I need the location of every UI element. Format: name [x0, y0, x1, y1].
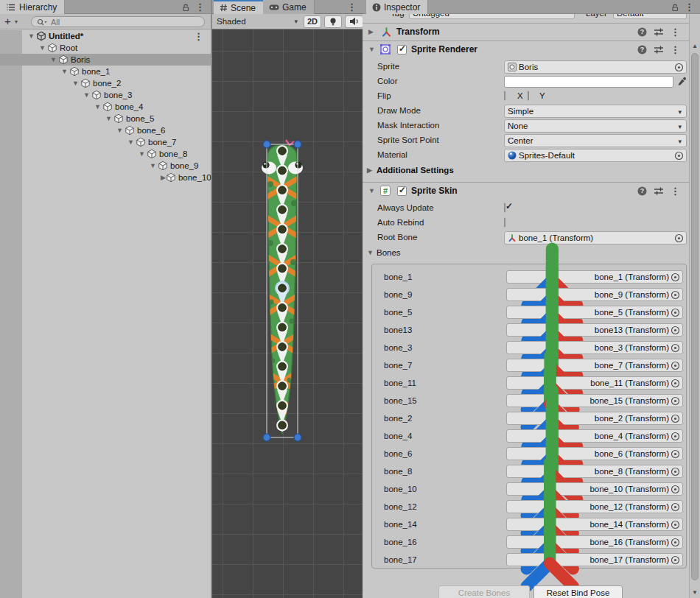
create-object-button[interactable]: + — [4, 15, 11, 27]
item-expander[interactable]: ▼ — [83, 91, 91, 99]
item-expander[interactable]: ▼ — [94, 103, 102, 110]
scene-lighting-button[interactable] — [324, 15, 342, 28]
hierarchy-item-bone_9[interactable]: ▼bone_9 — [0, 160, 211, 172]
shading-mode-dropdown[interactable]: Shaded ▾ — [212, 15, 301, 28]
item-expander[interactable]: ▼ — [150, 162, 158, 169]
sprite-renderer-component-header[interactable]: ▼ Sprite Renderer ? ⋮ — [363, 41, 689, 57]
hierarchy-scene-row[interactable]: ▼Untitled*⋮ — [0, 30, 211, 42]
auto-rebind-checkbox[interactable] — [504, 217, 505, 228]
item-expander[interactable]: ▼ — [72, 80, 80, 87]
object-picker-icon[interactable] — [671, 361, 680, 370]
always-update-checkbox[interactable] — [504, 203, 505, 213]
object-picker-icon[interactable] — [671, 432, 680, 441]
inspector-lock-icon[interactable] — [671, 3, 679, 12]
inspector-menu-icon[interactable]: ⋮ — [685, 2, 694, 12]
2d-toggle-button[interactable]: 2D — [304, 15, 321, 28]
bones-expander[interactable]: ▼ — [367, 249, 375, 256]
help-icon[interactable]: ? — [637, 27, 647, 37]
help-icon[interactable]: ? — [637, 186, 647, 196]
item-expander[interactable]: ▼ — [50, 56, 58, 63]
hierarchy-item-bone_8[interactable]: ▼bone_8 — [0, 148, 211, 160]
additional-settings-expander[interactable]: ▶ — [367, 166, 375, 174]
item-expander[interactable]: ▼ — [61, 68, 69, 75]
object-picker-icon[interactable] — [671, 343, 680, 353]
create-bones-button[interactable]: Create Bones — [438, 585, 530, 598]
scroll-up-icon[interactable]: ▲ — [692, 43, 698, 49]
item-expander[interactable]: ▶ — [161, 174, 166, 181]
presets-icon[interactable] — [654, 186, 664, 196]
scene-expander[interactable]: ▼ — [28, 32, 36, 40]
sprite-skin-menu-icon[interactable]: ⋮ — [671, 186, 680, 196]
tag-dropdown[interactable]: Untagged — [409, 14, 575, 19]
hierarchy-search-input[interactable] — [31, 16, 205, 27]
presets-icon[interactable] — [654, 27, 664, 37]
object-picker-icon[interactable] — [674, 233, 684, 243]
item-expander[interactable]: ▼ — [39, 44, 47, 52]
sprite-renderer-menu-icon[interactable]: ⋮ — [671, 45, 680, 54]
tab-inspector[interactable]: Inspector — [366, 0, 428, 14]
object-picker-icon[interactable] — [671, 272, 680, 282]
layer-dropdown[interactable]: Default — [613, 14, 687, 19]
object-picker-icon[interactable] — [671, 396, 680, 406]
object-picker-icon[interactable] — [671, 520, 680, 530]
transform-component-header[interactable]: ▶ Transform ? ⋮ — [363, 24, 689, 40]
hierarchy-item-bone_2[interactable]: ▼bone_2 — [0, 77, 211, 89]
help-icon[interactable]: ? — [637, 45, 647, 54]
sprite-skin-expander[interactable]: ▼ — [368, 187, 377, 194]
create-object-dropdown-arrow[interactable]: ▾ — [15, 18, 18, 25]
hierarchy-menu-icon[interactable]: ⋮ — [195, 2, 205, 12]
handle-top-left[interactable] — [263, 141, 270, 148]
scene-row-menu-icon[interactable]: ⋮ — [194, 32, 203, 41]
tab-game[interactable]: Game — [263, 0, 315, 14]
additional-settings-foldout[interactable]: ▶ Additional Settings — [367, 166, 454, 175]
object-picker-icon[interactable] — [671, 290, 680, 300]
item-expander[interactable]: ▼ — [139, 150, 147, 158]
scroll-down-icon[interactable]: ▼ — [692, 589, 698, 596]
object-picker-icon[interactable] — [671, 467, 680, 476]
scene-menu-icon[interactable]: ⋮ — [347, 2, 357, 12]
inspector-scrollbar[interactable]: ▲ ▼ — [689, 15, 700, 598]
object-picker-icon[interactable] — [671, 555, 680, 565]
presets-icon[interactable] — [654, 45, 664, 54]
scene-audio-button[interactable] — [345, 15, 363, 28]
hierarchy-item-bone_10[interactable]: ▶bone_10 — [0, 172, 211, 183]
color-swatch[interactable] — [504, 76, 673, 88]
flip-x-checkbox[interactable] — [504, 91, 505, 101]
hierarchy-item-bone_1[interactable]: ▼bone_1 — [0, 66, 211, 77]
object-picker-icon[interactable] — [671, 379, 680, 388]
sprite-renderer-expander[interactable]: ▼ — [368, 46, 377, 53]
material-object-field[interactable]: Sprites-Default — [504, 149, 687, 162]
hierarchy-item-bone_3[interactable]: ▼bone_3 — [0, 89, 211, 101]
sprite-renderer-enabled-checkbox[interactable] — [397, 45, 407, 54]
draw-mode-dropdown[interactable]: Simple ▾ — [504, 105, 687, 118]
object-picker-icon[interactable] — [671, 485, 680, 494]
mask-interaction-dropdown[interactable]: None ▾ — [504, 119, 687, 133]
sprite-object-field[interactable]: Boris — [504, 60, 687, 74]
hierarchy-item-bone_4[interactable]: ▼bone_4 — [0, 101, 211, 113]
eyedropper-icon[interactable] — [677, 77, 687, 86]
tab-scene[interactable]: Scene — [214, 0, 264, 14]
tab-hierarchy[interactable]: Hierarchy — [0, 0, 65, 14]
bones-foldout[interactable]: ▼ Bones — [367, 248, 401, 257]
sort-point-dropdown[interactable]: Center ▾ — [504, 134, 687, 147]
object-picker-icon[interactable] — [671, 502, 680, 512]
object-picker-icon[interactable] — [674, 63, 684, 72]
sprite-skin-enabled-checkbox[interactable] — [397, 186, 407, 196]
item-expander[interactable]: ▼ — [105, 115, 113, 122]
object-picker-icon[interactable] — [674, 151, 684, 161]
inspector-scrollbar-thumb[interactable] — [691, 53, 699, 580]
hierarchy-item-bone_6[interactable]: ▼bone_6 — [0, 124, 211, 136]
object-picker-icon[interactable] — [671, 308, 680, 317]
sprite-skin-component-header[interactable]: ▼ # Sprite Skin ? ⋮ — [363, 183, 689, 199]
item-expander[interactable]: ▼ — [116, 127, 125, 134]
bone-object-field[interactable]: bone_17 (Transform) — [506, 553, 683, 566]
reset-bind-pose-button[interactable]: Reset Bind Pose — [533, 585, 623, 598]
hierarchy-lock-icon[interactable] — [181, 3, 190, 12]
object-picker-icon[interactable] — [671, 414, 680, 423]
object-picker-icon[interactable] — [671, 538, 680, 547]
transform-menu-icon[interactable]: ⋮ — [671, 27, 680, 37]
object-picker-icon[interactable] — [671, 326, 680, 335]
transform-expander[interactable]: ▶ — [368, 28, 377, 35]
hierarchy-item-boris[interactable]: ▼Boris — [0, 54, 211, 66]
item-expander[interactable]: ▼ — [127, 138, 136, 146]
